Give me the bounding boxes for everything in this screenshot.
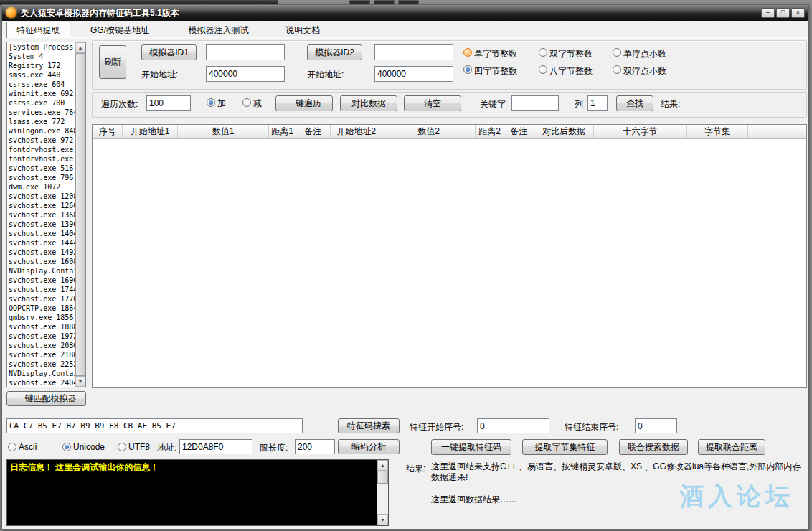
process-list-item[interactable]: NVDisplay.Contai	[7, 266, 75, 276]
process-list-item[interactable]: csrss.exe 700	[7, 98, 75, 108]
titlebar[interactable]: 类人猿安卓模拟器内存特征码工具5.1版本 – □ ×	[2, 5, 808, 21]
process-list-item[interactable]: svchost.exe 1444	[7, 238, 75, 248]
extract-byte-set-button[interactable]: 提取字节集特征	[522, 439, 608, 455]
log-scroll-up-icon[interactable]: ▲	[377, 460, 388, 471]
process-list-item[interactable]: svchost.exe 1972	[7, 332, 75, 341]
process-list-item[interactable]: svchost.exe 1208	[7, 192, 75, 201]
process-list-item[interactable]: svchost.exe 2180	[7, 350, 75, 360]
process-list-item[interactable]: lsass.exe 772	[7, 117, 75, 126]
start-address2-input[interactable]	[374, 66, 453, 82]
col-header-note1[interactable]: 备注	[296, 125, 331, 138]
minimize-icon[interactable]: –	[761, 8, 775, 18]
traverse-times-input[interactable]	[146, 95, 191, 111]
find-button[interactable]: 查找	[616, 95, 653, 111]
col-header-start-addr2[interactable]: 开始地址2	[331, 125, 382, 138]
process-list-item[interactable]: svchost.exe 972	[7, 136, 75, 145]
log-scroll-down-icon[interactable]: ▼	[377, 514, 388, 525]
length-limit-input[interactable]	[295, 439, 335, 454]
extract-signature-button[interactable]: 一键提取特征码	[431, 439, 511, 455]
radio-byte-int[interactable]	[463, 48, 472, 57]
process-list-item[interactable]: svchost.exe 1368	[7, 210, 75, 220]
process-list-item[interactable]: Registry 172	[7, 61, 75, 70]
tab-emulator-inject-test[interactable]: 模拟器注入测试	[169, 23, 268, 38]
process-list-item[interactable]: svchost.exe 2080	[7, 341, 75, 350]
process-list-item[interactable]: svchost.exe 1404	[7, 229, 75, 238]
radio-qword-int[interactable]	[539, 65, 547, 74]
process-list-item[interactable]: [System Process]	[7, 42, 75, 52]
col-header-note2[interactable]: 备注	[504, 125, 534, 138]
process-list-item[interactable]: svchost.exe 1396	[7, 220, 75, 229]
compare-data-button[interactable]: 对比数据	[340, 95, 397, 111]
process-list-item[interactable]: svchost.exe 1888	[7, 322, 75, 332]
process-list-item[interactable]: svchost.exe 2404	[7, 378, 75, 387]
joint-distance-button[interactable]: 提取联合距离	[698, 439, 765, 455]
scroll-down-icon[interactable]: ▼	[75, 376, 85, 387]
tab-signature-extract[interactable]: 特征码提取	[6, 22, 70, 38]
process-list-item[interactable]: services.exe 764	[7, 108, 75, 117]
emulator-id1-button[interactable]: 模拟器ID1	[141, 44, 197, 60]
process-list-item[interactable]: csrss.exe 604	[7, 80, 75, 89]
process-list-item[interactable]: svchost.exe 1260	[7, 201, 75, 210]
process-list-item[interactable]: smss.exe 440	[7, 70, 75, 80]
match-emulator-button[interactable]: 一键匹配模拟器	[6, 391, 86, 406]
process-list-item[interactable]: svchost.exe 1696	[7, 276, 75, 285]
process-list-item[interactable]: NVDisplay.Contai	[7, 369, 75, 378]
emulator-id2-button[interactable]: 模拟器ID2	[307, 44, 362, 60]
process-list-item[interactable]: wininit.exe 692	[7, 89, 75, 98]
tab-gg-base-address[interactable]: GG/按键基地址	[70, 23, 169, 38]
col-header-hex-bytes[interactable]: 十六字节	[594, 125, 687, 138]
clear-button[interactable]: 清空	[404, 95, 461, 111]
process-list-item[interactable]: dwm.exe 1072	[7, 182, 75, 192]
process-list-item[interactable]: QQPCRTP.exe 1864	[7, 304, 75, 313]
col-header-start-addr1[interactable]: 开始地址1	[123, 125, 178, 138]
process-list-item[interactable]: svchost.exe 1492	[7, 248, 75, 257]
process-list-item[interactable]: svchost.exe 1776	[7, 294, 75, 304]
col-header-distance2[interactable]: 距离2	[476, 125, 504, 138]
process-list-item[interactable]: svchost.exe 796	[7, 173, 75, 182]
process-list-item[interactable]: svchost.exe 1608	[7, 257, 75, 266]
process-list-item[interactable]: svchost.exe 516	[7, 164, 75, 173]
start-address1-input[interactable]	[206, 66, 285, 82]
encode-analyze-button[interactable]: 编码分析	[338, 439, 400, 454]
col-header-distance1[interactable]: 距离1	[269, 125, 296, 138]
log-scrollbar-thumb[interactable]	[377, 471, 388, 484]
process-list-scrollbar[interactable]: ▲ ▼	[75, 42, 85, 387]
process-list-item[interactable]: System 4	[7, 52, 75, 61]
col-header-value1[interactable]: 数值1	[178, 125, 269, 138]
radio-add[interactable]	[207, 98, 215, 107]
signature-end-index-input[interactable]	[635, 418, 677, 433]
process-list-item[interactable]: qmbsrv.exe 1856	[7, 313, 75, 322]
col-header-index[interactable]: 序号	[93, 125, 123, 138]
col-header-compared-data[interactable]: 对比后数据	[534, 125, 594, 138]
radio-word-int[interactable]	[539, 48, 547, 57]
signature-hex-input[interactable]	[6, 418, 303, 433]
radio-subtract[interactable]	[242, 98, 251, 107]
process-list[interactable]: [System Process]System 4Registry 172smss…	[6, 42, 86, 387]
process-list-item[interactable]: fontdrvhost.exe	[7, 145, 75, 154]
radio-ascii[interactable]	[8, 443, 16, 451]
process-list-item[interactable]: svchost.exe 1744	[7, 285, 75, 294]
traverse-button[interactable]: 一键遍历	[275, 95, 333, 111]
radio-utf8[interactable]	[118, 443, 126, 451]
emulator-id2-input[interactable]	[374, 44, 453, 60]
joint-search-button[interactable]: 联合搜索数据	[619, 439, 688, 455]
refresh-button[interactable]: 刷新	[99, 45, 126, 79]
col-header-value2[interactable]: 数值2	[382, 125, 476, 138]
radio-unicode[interactable]	[62, 443, 71, 451]
signature-search-button[interactable]: 特征码搜素	[338, 418, 400, 433]
column-input[interactable]	[587, 95, 608, 111]
process-list-item[interactable]: fontdrvhost.exe	[7, 154, 75, 164]
radio-float[interactable]	[613, 48, 621, 57]
radio-double[interactable]	[613, 65, 621, 74]
log-scrollbar[interactable]: ▲ ▼	[377, 460, 388, 525]
close-icon[interactable]: ×	[791, 8, 805, 18]
process-list-item[interactable]: winlogon.exe 848	[7, 126, 75, 136]
signature-start-index-input[interactable]	[477, 418, 549, 433]
emulator-id1-input[interactable]	[206, 44, 285, 60]
keyword-input[interactable]	[511, 95, 559, 111]
maximize-icon[interactable]: □	[776, 8, 790, 18]
scroll-up-icon[interactable]: ▲	[75, 42, 85, 53]
radio-dword-int[interactable]	[463, 65, 472, 74]
tab-docs[interactable]: 说明文档	[268, 23, 338, 38]
scrollbar-thumb[interactable]	[75, 53, 85, 376]
